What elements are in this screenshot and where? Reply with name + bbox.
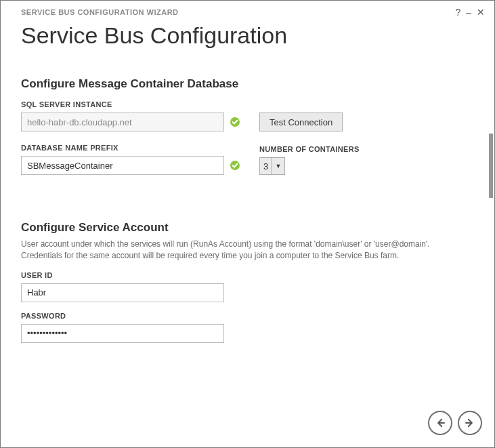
page-title: Service Bus Configuration xyxy=(1,17,494,69)
section-db-heading: Configure Message Container Database xyxy=(21,77,467,91)
col-num-containers: NUMBER OF CONTAINERS 3 ▼ xyxy=(259,145,467,175)
label-num-containers: NUMBER OF CONTAINERS xyxy=(259,145,467,153)
col-sql-instance: SQL SERVER INSTANCE xyxy=(21,100,244,131)
col-db-prefix: DATABASE NAME PREFIX xyxy=(21,144,244,175)
window-controls: ? – ✕ xyxy=(455,7,485,17)
footer-nav xyxy=(428,404,494,447)
close-icon[interactable]: ✕ xyxy=(477,7,485,17)
check-icon xyxy=(230,117,240,127)
help-icon[interactable]: ? xyxy=(455,7,460,17)
label-db-prefix: DATABASE NAME PREFIX xyxy=(21,144,244,152)
label-password: PASSWORD xyxy=(21,312,467,320)
section-account-heading: Configure Service Account xyxy=(21,221,467,235)
row-db-prefix: DATABASE NAME PREFIX NUMBER OF CONTAINER… xyxy=(21,144,467,175)
test-connection-button[interactable]: Test Connection xyxy=(259,113,343,131)
containers-select[interactable]: 3 ▼ xyxy=(259,157,285,175)
titlebar: SERVICE BUS CONFIGURATION WIZARD ? – ✕ xyxy=(1,1,494,17)
sql-instance-input[interactable] xyxy=(21,113,224,131)
content-wrap: Configure Message Container Database SQL… xyxy=(1,69,494,447)
db-prefix-input[interactable] xyxy=(21,156,224,175)
back-button[interactable] xyxy=(428,411,452,435)
row-sql-instance: SQL SERVER INSTANCE Test Connection xyxy=(21,100,467,131)
containers-value: 3 xyxy=(260,158,272,174)
scrollbar-thumb[interactable] xyxy=(489,134,493,198)
content-area: Configure Message Container Database SQL… xyxy=(1,69,488,447)
wizard-subtitle: SERVICE BUS CONFIGURATION WIZARD xyxy=(21,8,455,16)
scrollbar[interactable] xyxy=(488,69,493,447)
user-id-input[interactable] xyxy=(21,283,224,302)
section-account-desc: User account under which the services wi… xyxy=(21,239,454,262)
chevron-down-icon[interactable]: ▼ xyxy=(272,158,284,174)
minimize-icon[interactable]: – xyxy=(466,7,471,17)
wizard-window: SERVICE BUS CONFIGURATION WIZARD ? – ✕ S… xyxy=(0,0,495,448)
label-sql-instance: SQL SERVER INSTANCE xyxy=(21,100,244,108)
next-button[interactable] xyxy=(458,411,482,435)
col-test-connection: Test Connection xyxy=(259,113,467,131)
check-icon xyxy=(230,160,240,171)
password-input[interactable] xyxy=(21,324,224,343)
label-user-id: USER ID xyxy=(21,271,467,279)
